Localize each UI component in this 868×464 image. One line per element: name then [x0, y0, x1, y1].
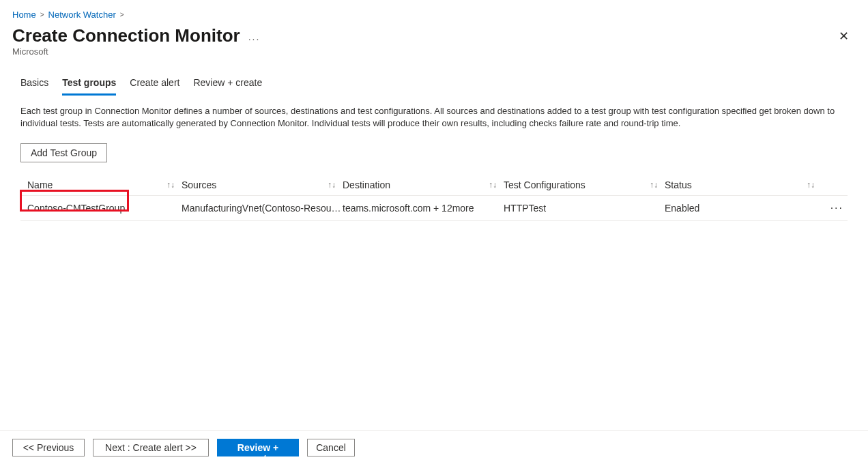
cell-destination: teams.microsoft.com + 12more: [343, 203, 504, 214]
tab-description: Each test group in Connection Monitor de…: [0, 96, 868, 135]
column-header-actions: [822, 179, 848, 190]
table-header-row: Name ↑↓ Sources ↑↓ Destination ↑↓ Test C…: [20, 175, 848, 196]
column-header-sources[interactable]: Sources ↑↓: [182, 179, 343, 190]
table-row[interactable]: Contoso-CMTestGroup ManufacturingVnet(Co…: [20, 196, 848, 221]
column-header-test-config[interactable]: Test Configurations ↑↓: [504, 179, 665, 190]
breadcrumb-home[interactable]: Home: [12, 10, 36, 20]
cancel-button[interactable]: Cancel: [307, 439, 355, 456]
page-subtitle: Microsoft: [0, 46, 868, 62]
tabs: Basics Test groups Create alert Review +…: [0, 62, 868, 96]
tab-basics[interactable]: Basics: [20, 73, 48, 96]
cell-status: Enabled: [665, 203, 822, 214]
sort-icon[interactable]: ↑↓: [650, 180, 658, 190]
add-test-group-button[interactable]: Add Test Group: [20, 143, 107, 162]
cell-actions: ···: [822, 202, 848, 214]
sort-icon[interactable]: ↑↓: [328, 180, 336, 190]
close-icon[interactable]: ✕: [836, 26, 852, 46]
sort-icon[interactable]: ↑↓: [489, 180, 497, 190]
tab-review-create[interactable]: Review + create: [193, 73, 262, 96]
more-icon[interactable]: ···: [248, 33, 261, 44]
column-header-status[interactable]: Status ↑↓: [665, 179, 822, 190]
header-label: Name: [27, 179, 53, 190]
wizard-footer: << Previous Next : Create alert >> Revie…: [0, 430, 868, 464]
header-label: Sources: [182, 179, 216, 190]
test-groups-table: Name ↑↓ Sources ↑↓ Destination ↑↓ Test C…: [20, 175, 848, 221]
cell-test-config: HTTPTest: [504, 203, 665, 214]
chevron-right-icon: >: [40, 11, 44, 18]
breadcrumb-network-watcher[interactable]: Network Watcher: [48, 10, 116, 20]
chevron-right-icon: >: [120, 11, 124, 18]
sort-icon[interactable]: ↑↓: [807, 180, 815, 190]
cell-sources: ManufacturingVnet(Contoso-Resourc…: [182, 203, 343, 214]
header-label: Status: [665, 179, 692, 190]
column-header-name[interactable]: Name ↑↓: [20, 179, 182, 190]
sort-icon[interactable]: ↑↓: [167, 180, 175, 190]
column-header-destination[interactable]: Destination ↑↓: [343, 179, 504, 190]
header-label: Destination: [343, 179, 390, 190]
review-create-button[interactable]: Review + create: [217, 439, 299, 456]
next-button[interactable]: Next : Create alert >>: [93, 439, 209, 456]
breadcrumb: Home > Network Watcher >: [0, 0, 868, 23]
header-label: Test Configurations: [504, 179, 585, 190]
previous-button[interactable]: << Previous: [12, 439, 85, 456]
page-title: Create Connection Monitor: [12, 25, 240, 46]
tab-test-groups[interactable]: Test groups: [62, 73, 116, 96]
tab-create-alert[interactable]: Create alert: [130, 73, 179, 96]
row-more-icon[interactable]: ···: [830, 202, 843, 214]
cell-name: Contoso-CMTestGroup: [20, 203, 182, 214]
